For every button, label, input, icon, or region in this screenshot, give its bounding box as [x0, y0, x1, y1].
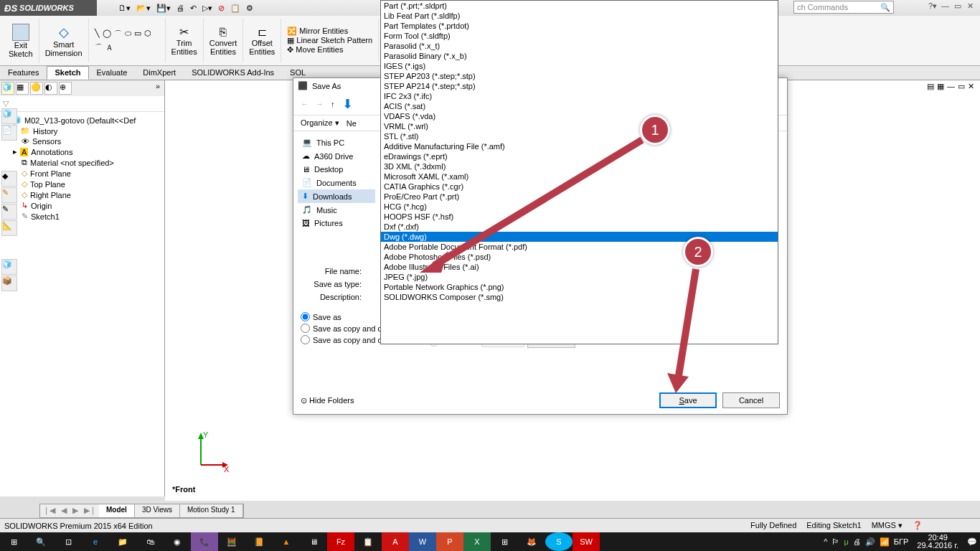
- flyout-icon[interactable]: »: [156, 82, 160, 95]
- sw-taskbar-icon[interactable]: SW: [573, 532, 600, 551]
- move-entities-button[interactable]: ✥ Move Entities: [287, 45, 343, 55]
- new-icon[interactable]: 🗋▾: [118, 4, 131, 13]
- tree-tab-1[interactable]: 🧊: [1, 82, 14, 95]
- offset-entities-button[interactable]: ⊏Offset Entities: [243, 19, 281, 62]
- filetype-option[interactable]: SOLIDWORKS Composer (*.smg): [381, 292, 778, 302]
- filetype-option[interactable]: ACIS (*.sat): [381, 101, 778, 111]
- tab-features[interactable]: Features: [0, 66, 47, 80]
- filezilla-icon[interactable]: Fz: [327, 532, 354, 551]
- tray-lang[interactable]: БГР: [894, 537, 909, 546]
- tray-clock[interactable]: 20:4929.4.2016 г.: [913, 534, 963, 550]
- vp-icon2[interactable]: ▦: [937, 82, 944, 91]
- nav-first-icon[interactable]: ❘◀: [40, 504, 58, 517]
- vp-min-icon[interactable]: —: [947, 82, 955, 91]
- select-icon[interactable]: ▷▾: [202, 4, 212, 13]
- cancel-button[interactable]: Cancel: [722, 392, 780, 408]
- app1-icon[interactable]: 📙: [245, 532, 273, 551]
- smart-dimension-button[interactable]: ◇ Smart Dimension: [39, 19, 89, 62]
- exit-sketch-button[interactable]: Exit Sketch: [3, 19, 39, 62]
- filetype-option[interactable]: Parasolid (*.x_t): [381, 41, 778, 51]
- vp-icon1[interactable]: ▤: [927, 82, 934, 91]
- filetype-option[interactable]: Parasolid Binary (*.x_b): [381, 51, 778, 61]
- organize-button[interactable]: Organize ▾: [301, 118, 339, 128]
- sidebar-desktop[interactable]: 🖥Desktop: [298, 163, 375, 176]
- excel-icon[interactable]: X: [463, 532, 491, 551]
- tree-root[interactable]: ▾🧊M02_V13-gotovo (Default<<Def: [3, 115, 161, 126]
- powerpoint-icon[interactable]: P: [436, 532, 463, 551]
- app3-icon[interactable]: 📋: [354, 532, 382, 551]
- skype-icon[interactable]: S: [545, 532, 573, 551]
- filetype-option[interactable]: IGES (*.igs): [381, 61, 778, 71]
- tree-top-plane[interactable]: ◇Top Plane: [3, 179, 161, 189]
- word-icon[interactable]: W: [409, 532, 436, 551]
- tool6-icon[interactable]: 📦: [1, 276, 17, 291]
- tree-tab-4[interactable]: ◐: [44, 82, 57, 95]
- up-icon[interactable]: ↑: [331, 100, 335, 108]
- tree-origin[interactable]: ↳Origin: [3, 200, 161, 211]
- filetype-option[interactable]: VRML (*.wrl): [381, 121, 778, 131]
- tray-notif-icon[interactable]: 💬: [967, 537, 977, 547]
- tray-utorrent-icon[interactable]: μ: [844, 537, 848, 546]
- tray-vol-icon[interactable]: 🔊: [865, 537, 875, 547]
- status-units[interactable]: MMGS ▾: [872, 521, 903, 530]
- maximize-icon[interactable]: ▭: [954, 1, 964, 11]
- sidebar-a360[interactable]: ☁A360 Drive: [298, 149, 375, 163]
- tray-print-icon[interactable]: 🖨: [853, 537, 861, 546]
- sidebar-downloads[interactable]: ⬇Downloads: [298, 189, 375, 203]
- back-icon[interactable]: ←: [301, 100, 308, 108]
- sidebar-music[interactable]: 🎵Music: [298, 203, 375, 217]
- sketch-entities-group[interactable]: ╲◯⌒⬭ ▭⬡⌒Ａ: [89, 19, 166, 62]
- save-icon[interactable]: 💾▾: [156, 4, 171, 13]
- filetype-option[interactable]: IFC 2x3 (*.ifc): [381, 91, 778, 101]
- autocad-icon[interactable]: A: [382, 532, 409, 551]
- sidebar-pictures[interactable]: 🖼Pictures: [298, 217, 375, 230]
- tree-tab-5[interactable]: ⊕: [59, 82, 72, 95]
- tool5-icon[interactable]: 🧊: [1, 259, 17, 275]
- calc-icon[interactable]: 🧮: [218, 532, 245, 551]
- undo-icon[interactable]: ↶: [190, 4, 197, 13]
- sidebar-documents[interactable]: 📄Documents: [298, 176, 375, 189]
- tool2-icon[interactable]: ✎: [1, 187, 17, 203]
- app2-icon[interactable]: 🖥: [300, 532, 327, 551]
- settings-icon[interactable]: ⚙: [246, 4, 253, 13]
- nav-next-icon[interactable]: ▶: [70, 504, 81, 517]
- vp-close-icon[interactable]: ✕: [968, 82, 974, 91]
- filetype-option[interactable]: STEP AP214 (*.step;*.stp): [381, 81, 778, 91]
- tree-history[interactable]: ▸📁History: [3, 126, 161, 136]
- forward-icon[interactable]: →: [316, 100, 324, 108]
- tab-addins[interactable]: SOLIDWORKS Add-Ins: [184, 66, 282, 80]
- app5-icon[interactable]: 🦊: [518, 532, 545, 551]
- options-icon[interactable]: 📋: [230, 4, 240, 13]
- minimize-icon[interactable]: —: [941, 1, 951, 11]
- tree-front-plane[interactable]: ◇Front Plane: [3, 168, 161, 179]
- tree-sensors[interactable]: 👁Sensors: [3, 136, 161, 146]
- tree-tab-3[interactable]: 🟡: [30, 82, 43, 95]
- open-icon[interactable]: 📂▾: [136, 4, 151, 13]
- tree-right-plane[interactable]: ◇Right Plane: [3, 189, 161, 200]
- sidebar-thispc[interactable]: 💻This PC: [298, 136, 375, 149]
- new-folder-button[interactable]: Ne: [347, 119, 357, 128]
- vp-max-icon[interactable]: ▭: [958, 82, 965, 91]
- status-help-icon[interactable]: ❓: [913, 521, 923, 530]
- store-icon[interactable]: 🛍: [136, 532, 164, 551]
- tab-dimxpert[interactable]: DimXpert: [135, 66, 184, 80]
- tray-net-icon[interactable]: 📶: [880, 537, 890, 547]
- explorer-icon[interactable]: 📁: [109, 532, 136, 551]
- tool3-icon[interactable]: ✎: [1, 204, 17, 220]
- tab-motion[interactable]: Motion Study 1: [180, 504, 243, 517]
- filetype-option[interactable]: Portable Network Graphics (*.png): [381, 282, 778, 292]
- nav-prev-icon[interactable]: ◀: [58, 504, 70, 517]
- save-button[interactable]: Save: [659, 392, 717, 408]
- trim-entities-button[interactable]: ✂Trim Entities: [166, 19, 204, 62]
- tool4-icon[interactable]: 📐: [1, 220, 17, 236]
- start-button[interactable]: ⊞: [0, 532, 27, 551]
- tab-3dviews[interactable]: 3D Views: [135, 504, 180, 517]
- tree-sketch1[interactable]: ✎Sketch1: [3, 211, 161, 222]
- edge-icon[interactable]: e: [82, 532, 109, 551]
- filetype-option[interactable]: Lib Feat Part (*.sldlfp): [381, 11, 778, 21]
- tray-up-icon[interactable]: ^: [824, 537, 827, 546]
- nav-last-icon[interactable]: ▶❘: [81, 504, 99, 517]
- tab-sketch[interactable]: Sketch: [47, 66, 88, 80]
- linear-pattern-button[interactable]: ▦ Linear Sketch Pattern: [287, 36, 372, 45]
- filetype-option[interactable]: Part Templates (*.prtdot): [381, 21, 778, 31]
